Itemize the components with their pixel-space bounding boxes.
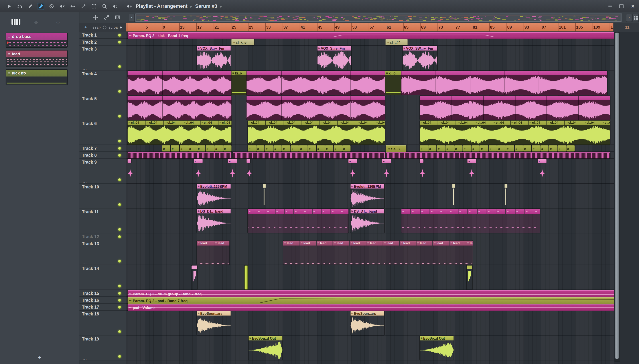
clip-evoluti-126bpm[interactable]: ≈Evoluti..126BPM xyxy=(197,184,230,208)
step-clip[interactable]: » xyxy=(248,146,256,152)
step-clip[interactable]: » xyxy=(437,146,445,152)
track-row[interactable]: Track 3... xyxy=(79,46,126,70)
clip-sparkle[interactable] xyxy=(246,159,250,183)
clip-thin[interactable] xyxy=(505,184,507,208)
track-row[interactable]: Track 10 xyxy=(79,184,126,208)
track-led[interactable] xyxy=(118,260,121,263)
track-row[interactable]: Track 18 xyxy=(79,310,126,336)
clip-sparkle[interactable]: » xyxy=(348,159,357,183)
pattern-item[interactable]: ≡kick lfo xyxy=(6,69,68,85)
step-clip[interactable]: » xyxy=(566,146,574,152)
track-row[interactable]: Track 13... xyxy=(79,240,126,265)
clip-vox-sw-ry-fm[interactable]: ≈VOX_SW..ry_Fm xyxy=(403,46,437,70)
clip-lead[interactable]: ≡lead≡lead xyxy=(197,241,229,265)
clip-sparkle[interactable]: » xyxy=(538,159,546,183)
clip-steps[interactable]: »»»»»»»»»»»»»»»»»» xyxy=(420,146,575,152)
pattern-item[interactable]: ≡drop bass xyxy=(6,32,68,48)
step-clip[interactable]: » xyxy=(265,146,273,152)
step-clip[interactable]: » xyxy=(308,146,316,152)
playlist-grid[interactable]: ∞Param. EQ 2 - kick - Band 1 freq∞cl_k..… xyxy=(126,32,614,364)
monitor-icon[interactable] xyxy=(112,3,119,10)
track-row[interactable]: Track 8 xyxy=(79,152,126,159)
step-clip[interactable]: » xyxy=(480,146,488,152)
mute-icon[interactable] xyxy=(59,3,66,10)
step-clip[interactable]: » xyxy=(523,146,531,152)
clip-greenbar[interactable] xyxy=(244,266,248,290)
track-led[interactable] xyxy=(118,306,121,308)
track-row[interactable]: Track 17 xyxy=(79,304,126,310)
clip-pattern[interactable]: ≡≡≡≡≡≡≡≡≡≡≡≡≡≡≡≡ xyxy=(401,209,540,233)
pattern-item-header[interactable]: ≡kick lfo xyxy=(6,70,68,76)
step-clip[interactable]: » xyxy=(291,146,299,152)
step-clip[interactable]: » xyxy=(540,146,549,152)
track-led[interactable] xyxy=(118,298,121,302)
move-icon[interactable] xyxy=(93,14,99,20)
step-clip[interactable]: » xyxy=(420,146,428,152)
step-clip[interactable]: » xyxy=(489,146,497,152)
step-clip[interactable]: » xyxy=(446,146,454,152)
picker-filter-icon[interactable]: ◆ xyxy=(34,20,38,25)
clip-thin[interactable] xyxy=(263,184,266,208)
clip-vox-s-ry-fm[interactable]: ≈VOX_S..ry_Fm xyxy=(317,46,351,70)
clip-evoso-d-out[interactable]: ≈EvoSo..d Out xyxy=(420,336,454,360)
step-clip[interactable]: » xyxy=(171,146,179,152)
step-clip[interactable]: » xyxy=(558,146,566,152)
track-row[interactable]: Track 16 xyxy=(79,297,126,304)
clip-mini[interactable] xyxy=(467,266,472,290)
vertical-scrollbar[interactable] xyxy=(614,32,620,362)
step-clip[interactable]: » xyxy=(162,146,170,152)
clip-ki-o[interactable]: ≡ki..o xyxy=(231,71,246,95)
pattern-item[interactable]: ≡lead xyxy=(6,50,68,67)
step-clip[interactable]: » xyxy=(223,146,231,152)
clip-wavblock[interactable] xyxy=(128,96,231,120)
clip-sparkle[interactable]: » xyxy=(467,159,476,183)
slip-icon[interactable] xyxy=(69,3,76,10)
track-row[interactable]: Track 12 xyxy=(79,233,126,240)
track-row[interactable]: Track 1 xyxy=(79,32,126,38)
track-row[interactable]: Track 6 xyxy=(79,120,126,145)
track-led[interactable] xyxy=(118,34,121,36)
play-icon[interactable] xyxy=(6,3,13,10)
clip-wavblock[interactable] xyxy=(128,71,231,95)
track-led[interactable] xyxy=(118,285,121,288)
view-grid-button[interactable] xyxy=(632,14,639,22)
step-clip[interactable]: » xyxy=(282,146,290,152)
track-row[interactable]: Track 11 xyxy=(79,208,126,233)
track-led[interactable] xyxy=(118,178,121,181)
step-clip[interactable]: » xyxy=(206,146,214,152)
picker-link-icon[interactable]: ∞ xyxy=(56,20,60,25)
track-resize-handle[interactable]: ... xyxy=(83,357,87,360)
playback-monitor-icon[interactable] xyxy=(126,3,133,10)
zoom-icon[interactable] xyxy=(101,3,108,10)
timeline-ruler[interactable]: 5913172125293337414549535761656973778185… xyxy=(126,23,613,32)
track-led[interactable] xyxy=(118,203,121,206)
clip-se-3[interactable]: ∞Se..3 xyxy=(386,146,406,152)
paint-icon[interactable] xyxy=(38,3,44,10)
track-led[interactable] xyxy=(118,330,121,333)
clip-cl-k-e[interactable]: ∞cl_k..e xyxy=(231,39,254,45)
track-row[interactable]: Track 9... xyxy=(79,159,126,184)
clip-param-eq-2-pad-band-7-freq[interactable]: ∞Param. EQ 2 - pad - Band 7 freq xyxy=(128,297,614,304)
step-clip[interactable]: » xyxy=(515,146,523,152)
track-led[interactable] xyxy=(118,228,121,231)
track-row[interactable]: Track 2 xyxy=(79,38,126,46)
track-led[interactable] xyxy=(118,154,121,156)
clip-lead[interactable]: ≡lead≡lead≡lead≡lead≡lead≡lead≡lead≡lead… xyxy=(283,241,473,265)
close-button[interactable]: × xyxy=(630,3,636,9)
track-resize-handle[interactable]: ... xyxy=(83,180,87,183)
track-led[interactable] xyxy=(118,235,121,238)
clip-wavblock[interactable] xyxy=(246,71,385,95)
step-clip[interactable]: » xyxy=(188,146,197,152)
maximize-button[interactable] xyxy=(618,3,624,9)
track-led[interactable] xyxy=(118,90,121,93)
link-icon[interactable] xyxy=(104,14,110,20)
clip-ds-dt-band[interactable]: ≈DS_DT.._band xyxy=(351,209,384,233)
clip-cl-04[interactable]: ≈cl..04≈cl..04≈cl..04≈cl..04≈cl..04≈cl..… xyxy=(248,120,385,144)
clip-steps[interactable]: »»»»»»»» xyxy=(162,146,231,152)
headphones-icon[interactable] xyxy=(16,3,23,10)
step-clip[interactable]: » xyxy=(256,146,264,152)
slice-icon[interactable] xyxy=(80,3,87,10)
add-track-button[interactable]: + xyxy=(83,24,89,30)
pattern-item-header[interactable]: ≡lead xyxy=(6,50,68,58)
clip-cl-04[interactable]: ≈cl..04≈cl..04≈cl..04≈cl..04≈cl..04≈cl..… xyxy=(420,120,610,144)
